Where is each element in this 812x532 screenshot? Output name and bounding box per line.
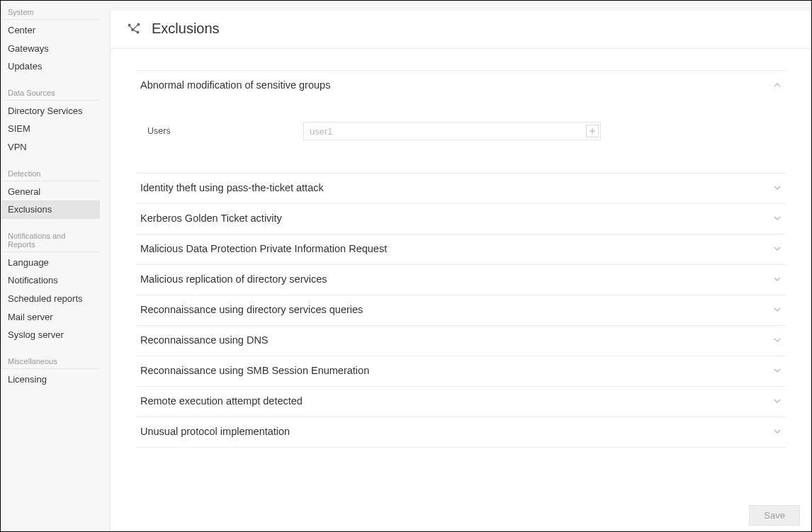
panel-header[interactable]: Malicious Data Protection Private Inform… — [136, 234, 786, 264]
add-user-button[interactable] — [586, 125, 599, 137]
panel-body: Users — [136, 101, 786, 173]
panel-title: Malicious replication of directory servi… — [140, 273, 327, 285]
panel-header[interactable]: Reconnaissance using DNS — [136, 326, 786, 356]
sidebar-section-header-notifications: Notifications and Reports — [1, 227, 100, 252]
sidebar-item-exclusions[interactable]: Exclusions — [1, 200, 100, 219]
chevron-up-icon — [773, 81, 782, 89]
save-button[interactable]: Save — [749, 505, 800, 526]
panel-title: Abnormal modification of sensitive group… — [140, 79, 330, 91]
sidebar: System Center Gateways Updates Data Sour… — [1, 1, 100, 531]
users-input-wrap — [303, 122, 601, 140]
sidebar-section-header-detection: Detection — [1, 165, 100, 181]
svg-line-4 — [130, 25, 133, 29]
sidebar-item-center[interactable]: Center — [1, 21, 100, 40]
save-bar: Save — [749, 505, 800, 526]
sidebar-item-directoryservices[interactable]: Directory Services — [1, 102, 100, 120]
sidebar-item-language[interactable]: Language — [1, 254, 100, 272]
panel-title: Identity theft using pass-the-ticket att… — [140, 182, 324, 193]
sidebar-item-vpn[interactable]: VPN — [1, 138, 100, 157]
svg-line-5 — [132, 24, 138, 29]
sidebar-item-gateways[interactable]: Gateways — [1, 40, 100, 58]
sidebar-section-header-misc: Miscellaneous — [1, 353, 100, 369]
panel-header[interactable]: Reconnaissance using directory services … — [136, 295, 786, 325]
panel-abnormal-modification: Abnormal modification of sensitive group… — [136, 70, 786, 173]
users-label: Users — [140, 126, 303, 136]
users-input[interactable] — [303, 122, 601, 140]
panel-header[interactable]: Identity theft using pass-the-ticket att… — [136, 174, 786, 203]
panel-header[interactable]: Unusual protocol implementation — [136, 417, 786, 447]
sidebar-item-general[interactable]: General — [1, 183, 100, 201]
exclusions-panels: Abnormal modification of sensitive group… — [111, 49, 811, 531]
panel-header[interactable]: Reconnaissance using SMB Session Enumera… — [136, 356, 786, 386]
sidebar-item-updates[interactable]: Updates — [1, 57, 100, 76]
chevron-down-icon — [773, 427, 782, 436]
panel-recon-directory: Reconnaissance using directory services … — [136, 295, 786, 325]
panel-header[interactable]: Remote execution attempt detected — [136, 387, 786, 417]
panel-recon-dns: Reconnaissance using DNS — [136, 325, 786, 356]
panel-recon-smb: Reconnaissance using SMB Session Enumera… — [136, 356, 786, 386]
panel-title: Unusual protocol implementation — [140, 426, 290, 437]
panel-kerberos-golden-ticket: Kerberos Golden Ticket activity — [136, 203, 786, 234]
network-nodes-icon — [126, 21, 142, 37]
panel-title: Remote execution attempt detected — [140, 395, 303, 407]
sidebar-item-siem[interactable]: SIEM — [1, 120, 100, 138]
sidebar-section-header-datasources: Data Sources — [1, 84, 100, 101]
page-header: Exclusions — [111, 11, 811, 49]
panel-title: Kerberos Golden Ticket activity — [140, 213, 282, 224]
chevron-down-icon — [773, 183, 782, 192]
panel-title: Reconnaissance using DNS — [140, 334, 269, 346]
sidebar-item-syslogserver[interactable]: Syslog server — [1, 326, 100, 344]
panel-header[interactable]: Abnormal modification of sensitive group… — [136, 71, 786, 101]
panel-malicious-replication: Malicious replication of directory servi… — [136, 264, 786, 295]
chevron-down-icon — [773, 214, 782, 222]
panel-title: Reconnaissance using directory services … — [140, 304, 363, 315]
panel-pass-the-ticket: Identity theft using pass-the-ticket att… — [136, 173, 786, 203]
chevron-down-icon — [773, 397, 782, 405]
panel-header[interactable]: Kerberos Golden Ticket activity — [136, 204, 786, 234]
sidebar-item-notifications[interactable]: Notifications — [1, 271, 100, 290]
sidebar-item-scheduledreports[interactable]: Scheduled reports — [1, 290, 100, 308]
panel-unusual-protocol: Unusual protocol implementation — [136, 417, 786, 448]
page-title: Exclusions — [152, 21, 220, 37]
main-content: Exclusions Abnormal modification of sens… — [110, 11, 811, 531]
panel-header[interactable]: Malicious replication of directory servi… — [136, 265, 786, 295]
sidebar-section-header-system: System — [1, 5, 100, 20]
chevron-down-icon — [773, 366, 782, 375]
panel-title: Malicious Data Protection Private Inform… — [140, 243, 387, 254]
sidebar-item-licensing[interactable]: Licensing — [1, 370, 100, 389]
panel-remote-execution: Remote execution attempt detected — [136, 386, 786, 417]
chevron-down-icon — [773, 244, 782, 253]
panel-malicious-dpapi: Malicious Data Protection Private Inform… — [136, 234, 786, 264]
panel-title: Reconnaissance using SMB Session Enumera… — [140, 365, 369, 376]
sidebar-item-mailserver[interactable]: Mail server — [1, 308, 100, 327]
svg-line-6 — [132, 29, 137, 32]
chevron-down-icon — [773, 305, 782, 314]
chevron-down-icon — [773, 336, 782, 344]
chevron-down-icon — [773, 275, 782, 283]
